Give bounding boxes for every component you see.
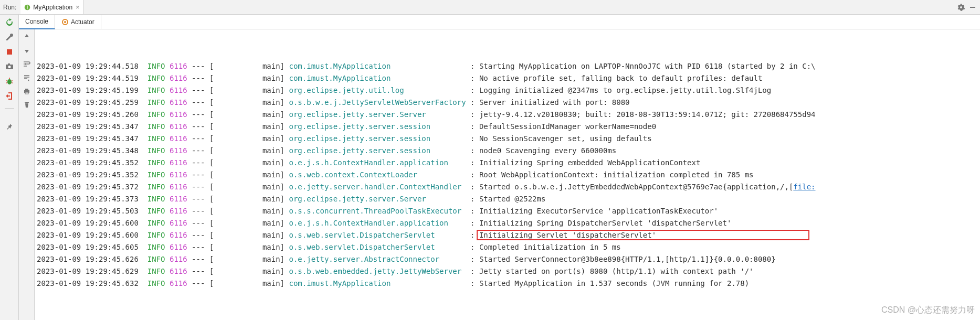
console-output[interactable]: 2023-01-09 19:29:44.518 INFO 6116 --- [ … [35,29,980,320]
tab-console[interactable]: Console [19,15,55,29]
log-line: 2023-01-09 19:29:44.519 INFO 6116 --- [ … [37,72,980,84]
scroll-up-icon[interactable] [23,33,31,41]
divider [5,108,14,118]
scroll-down-icon[interactable] [23,46,31,55]
log-line: 2023-01-09 19:29:45.632 INFO 6116 --- [ … [37,278,980,290]
log-line: 2023-01-09 19:29:45.259 INFO 6116 --- [ … [37,97,980,109]
svg-rect-2 [970,7,975,8]
log-line: 2023-01-09 19:29:45.199 INFO 6116 --- [ … [37,84,980,97]
log-line: 2023-01-09 19:29:45.600 INFO 6116 --- [ … [37,217,980,229]
svg-rect-12 [25,92,28,94]
stop-icon[interactable] [5,47,14,57]
log-line: 2023-01-09 19:29:45.260 INFO 6116 --- [ … [37,109,980,121]
log-line: 2023-01-09 19:29:45.348 INFO 6116 --- [ … [37,145,980,157]
log-line: 2023-01-09 19:29:45.373 INFO 6116 --- [ … [37,193,980,205]
run-label: Run: [0,4,20,11]
log-line: 2023-01-09 19:29:45.605 INFO 6116 --- [ … [37,241,980,253]
svg-point-9 [64,21,66,23]
run-config-name: MyApplication [33,4,72,11]
close-icon[interactable]: × [76,3,80,11]
wrench-icon[interactable] [5,33,14,42]
exit-icon[interactable] [5,91,14,101]
run-config-tab[interactable]: MyApplication × [20,0,83,14]
log-line: 2023-01-09 19:29:44.518 INFO 6116 --- [ … [37,60,980,72]
bug-icon[interactable] [5,77,14,86]
log-line: 2023-01-09 19:29:45.503 INFO 6116 --- [ … [37,205,980,217]
soft-wrap-icon[interactable] [23,60,31,68]
spring-boot-icon [24,4,31,11]
svg-point-1 [27,8,28,9]
log-line: 2023-01-09 19:29:45.347 INFO 6116 --- [ … [37,121,980,133]
console-tab-bar: Console Actuator [19,15,980,29]
log-line: 2023-01-09 19:29:45.352 INFO 6116 --- [ … [37,169,980,181]
scroll-to-end-icon[interactable] [23,73,31,82]
actuator-icon [61,18,69,26]
run-header: Run: MyApplication × [0,0,980,15]
log-line: 2023-01-09 19:29:45.372 INFO 6116 --- [ … [37,181,980,193]
svg-rect-3 [7,49,12,55]
svg-rect-11 [25,89,28,90]
camera-icon[interactable] [5,62,14,71]
log-line: 2023-01-09 19:29:45.347 INFO 6116 --- [ … [37,133,980,145]
print-icon[interactable] [23,87,31,95]
svg-rect-6 [8,63,10,65]
minimize-icon[interactable] [968,3,977,12]
pin-icon[interactable] [5,123,14,132]
console-toolbar [19,29,35,320]
rerun-icon[interactable] [5,18,14,27]
svg-point-7 [7,79,12,84]
trash-icon[interactable] [23,101,31,109]
log-line: 2023-01-09 19:29:45.352 INFO 6116 --- [ … [37,157,980,169]
gear-icon[interactable] [957,3,965,12]
tab-actuator[interactable]: Actuator [55,15,101,29]
log-line: 2023-01-09 19:29:45.629 INFO 6116 --- [ … [37,265,980,278]
log-line: 2023-01-09 19:29:45.626 INFO 6116 --- [ … [37,253,980,265]
run-toolbar [0,15,19,320]
svg-point-5 [8,66,10,68]
file-link[interactable]: file: [793,183,815,191]
log-line: 2023-01-09 19:29:45.600 INFO 6116 --- [ … [37,229,980,241]
